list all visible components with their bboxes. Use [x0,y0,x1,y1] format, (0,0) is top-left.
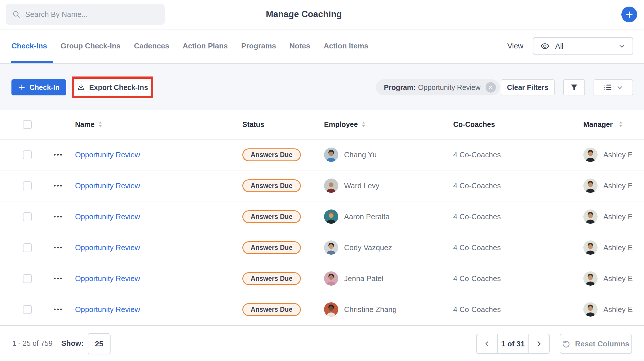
table-row: Opportunity Review Answers Due Ward Levy… [0,170,644,201]
check-in-button[interactable]: Check-In [11,79,66,95]
filter-chip-value: Opportunity Review [418,83,480,92]
row-menu-button[interactable] [51,213,65,220]
check-in-link[interactable]: Opportunity Review [75,243,140,252]
page-size-selector[interactable]: 25 [88,333,111,354]
manager-name: Ashley E [603,305,633,314]
column-header-name[interactable]: Name [75,110,103,139]
eye-icon [540,42,549,51]
tab-programs[interactable]: Programs [241,29,276,63]
manager-name: Ashley E [603,212,633,221]
co-coaches-count: 4 Co-Coaches [453,212,501,221]
remove-filter-button[interactable] [486,82,496,93]
export-check-ins-button[interactable]: Export Check-Ins [74,79,151,96]
column-header-co-coaches[interactable]: Co-Coaches [453,110,495,139]
chevron-right-icon [535,340,543,348]
employee-name: Cody Vazquez [344,243,392,252]
check-in-link[interactable]: Opportunity Review [75,305,140,314]
column-header-status[interactable]: Status [242,110,264,139]
status-badge: Answers Due [242,179,301,192]
co-coaches-count: 4 Co-Coaches [453,150,501,159]
co-coaches-count: 4 Co-Coaches [453,305,501,314]
column-label: Co-Coaches [453,120,495,129]
check-in-link[interactable]: Opportunity Review [75,181,140,190]
tab-group-check-ins[interactable]: Group Check-Ins [60,29,120,63]
manager-name: Ashley E [603,274,633,283]
tab-action-plans[interactable]: Action Plans [183,29,228,63]
sort-icon[interactable] [98,121,103,128]
column-label: Status [242,120,264,129]
row-menu-button[interactable] [51,306,65,313]
plus-icon [625,11,633,19]
sort-icon[interactable] [361,121,366,128]
clear-filters-button[interactable]: Clear Filters [501,79,555,95]
co-coaches-count: 4 Co-Coaches [453,274,501,283]
sort-icon[interactable] [619,121,623,128]
employee-avatar [324,148,338,162]
employee-avatar [324,240,338,255]
annotation-highlight: Export Check-Ins [72,76,153,98]
reset-columns-label: Reset Columns [575,340,629,348]
row-checkbox[interactable] [23,150,32,159]
view-dropdown[interactable]: All [533,37,633,55]
funnel-icon [570,83,578,92]
reset-columns-button[interactable]: Reset Columns [560,334,632,354]
prev-page-button[interactable] [477,334,497,353]
row-checkbox[interactable] [23,181,32,190]
employee-name: Aaron Peralta [344,212,390,221]
plus-icon [18,84,25,91]
table-row: Opportunity Review Answers Due Christine… [0,294,644,325]
view-value: All [555,42,564,51]
row-checkbox[interactable] [23,274,32,283]
column-header-employee[interactable]: Employee [324,110,366,139]
co-coaches-count: 4 Co-Coaches [453,181,501,190]
result-range: 1 - 25 of 759 [12,326,52,361]
table-header: Name Status Employee Co-Coaches Manager [0,110,644,140]
reset-icon [562,340,571,348]
search-icon [12,10,21,19]
employee-avatar [324,178,338,193]
table-row: Opportunity Review Answers Due Cody Vazq… [0,232,644,263]
next-page-button[interactable] [529,334,549,353]
manager-avatar [583,302,598,317]
manager-avatar [583,148,598,162]
check-in-label: Check-In [30,83,60,92]
top-bar: Manage Coaching [0,0,644,29]
row-menu-button[interactable] [51,244,65,251]
filter-button[interactable] [563,79,585,95]
search-input[interactable] [25,10,158,19]
add-button[interactable] [621,7,637,22]
table-row: Opportunity Review Answers Due Chang Yu … [0,140,644,170]
row-checkbox[interactable] [23,243,32,252]
chevron-down-icon [618,42,626,50]
manager-name: Ashley E [603,150,633,159]
column-header-manager[interactable]: Manager [583,110,644,139]
tab-action-items[interactable]: Action Items [324,29,368,63]
status-badge: Answers Due [242,272,301,285]
select-all-checkbox[interactable] [23,120,32,129]
row-menu-button[interactable] [51,275,65,282]
row-menu-button[interactable] [51,151,65,158]
tab-notes[interactable]: Notes [289,29,310,63]
export-label: Export Check-Ins [89,83,148,92]
employee-name: Chang Yu [344,150,377,159]
table-row: Opportunity Review Answers Due Aaron Per… [0,201,644,232]
list-view-button[interactable] [594,79,633,95]
search-box[interactable] [6,4,165,25]
close-icon [488,85,493,90]
download-icon [77,83,85,91]
check-in-link[interactable]: Opportunity Review [75,150,140,159]
tab-check-ins[interactable]: Check-Ins [11,29,47,63]
page-indicator: 1 of 31 [497,334,529,353]
tab-cadences[interactable]: Cadences [134,29,169,63]
status-badge: Answers Due [242,241,301,254]
row-checkbox[interactable] [23,212,32,221]
manager-avatar [583,240,598,255]
check-in-link[interactable]: Opportunity Review [75,274,140,283]
filter-chip-program: Program: Opportunity Review [376,79,500,95]
chevron-down-icon [616,84,623,91]
row-checkbox[interactable] [23,305,32,314]
row-menu-button[interactable] [51,182,65,189]
manager-name: Ashley E [603,181,633,190]
check-in-link[interactable]: Opportunity Review [75,212,140,221]
manager-avatar [583,209,598,224]
